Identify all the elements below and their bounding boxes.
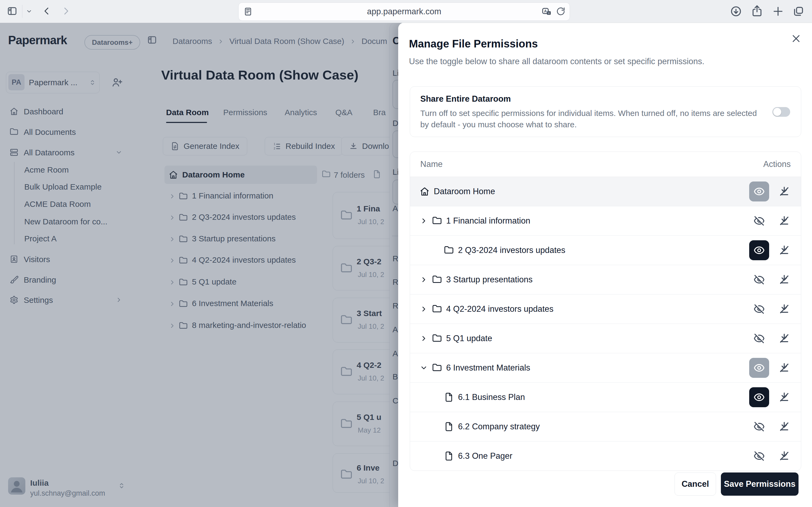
eye-off-icon xyxy=(753,274,765,285)
actions-column-header: Actions xyxy=(763,159,791,169)
permission-row-investment-materials: 6 Investment Materials xyxy=(410,353,801,382)
new-tab-plus-icon xyxy=(772,5,784,17)
forward-arrow-icon xyxy=(61,6,71,16)
download-slash-icon xyxy=(778,333,790,344)
download-toggle-button[interactable] xyxy=(777,358,791,378)
permission-row-business-plan: 6.1 Business Plan xyxy=(410,382,801,412)
view-toggle-button[interactable] xyxy=(749,329,769,348)
download-slash-icon xyxy=(778,421,790,433)
reader-icon xyxy=(243,7,253,16)
reload-icon xyxy=(556,7,565,16)
file-icon xyxy=(444,392,454,402)
eye-off-icon xyxy=(753,421,765,432)
share-entire-dataroom-toggle[interactable] xyxy=(772,107,790,117)
reload-button[interactable] xyxy=(556,7,565,16)
folder-icon xyxy=(432,334,442,343)
chevron-right-icon[interactable] xyxy=(420,305,428,313)
eye-icon xyxy=(753,186,765,197)
translate-button[interactable] xyxy=(542,6,552,17)
folder-icon xyxy=(432,216,442,226)
download-slash-icon xyxy=(778,215,790,227)
tab-overview-button[interactable] xyxy=(793,5,804,17)
share-entire-dataroom-card: Share Entire Dataroom Turn off to set sp… xyxy=(410,86,801,137)
share-button[interactable] xyxy=(751,5,763,17)
permissions-table-header: Name Actions xyxy=(410,152,801,177)
eye-icon xyxy=(753,362,765,374)
download-toggle-button[interactable] xyxy=(777,329,791,348)
modal-subtitle: Use the toggle below to share all dataro… xyxy=(409,57,704,66)
download-slash-icon xyxy=(778,185,790,198)
download-slash-icon xyxy=(778,450,790,462)
file-icon xyxy=(444,422,454,432)
back-arrow-icon xyxy=(42,6,52,16)
browser-chrome: app.papermark.com xyxy=(0,0,812,23)
close-icon xyxy=(791,34,801,44)
view-toggle-button[interactable] xyxy=(749,181,769,202)
cancel-button[interactable]: Cancel xyxy=(675,472,716,496)
view-toggle-button[interactable] xyxy=(749,358,769,378)
permission-row-q3-2024-updates: 2 Q3-2024 investors updates xyxy=(410,235,801,265)
permissions-table: Name Actions Dataroom Home 1 Financial i… xyxy=(410,152,801,471)
download-toggle-button[interactable] xyxy=(777,270,791,290)
new-tab-button[interactable] xyxy=(772,5,784,17)
eye-off-icon xyxy=(753,450,765,462)
view-toggle-button[interactable] xyxy=(749,270,769,290)
chevron-right-icon[interactable] xyxy=(420,217,428,225)
downloads-icon xyxy=(730,5,742,17)
download-toggle-button[interactable] xyxy=(777,387,791,407)
permission-row-company-strategy: 6.2 Company strategy xyxy=(410,412,801,441)
modal-title: Manage File Permissions xyxy=(409,38,538,50)
eye-icon xyxy=(753,392,765,403)
view-toggle-button[interactable] xyxy=(749,446,769,466)
download-slash-icon xyxy=(778,244,790,256)
close-modal-button[interactable] xyxy=(791,34,801,44)
view-toggle-button[interactable] xyxy=(749,299,769,319)
permission-row-one-pager: 6.3 One Pager xyxy=(410,441,801,470)
eye-off-icon xyxy=(753,215,765,227)
view-toggle-button[interactable] xyxy=(749,387,769,407)
chevron-right-icon[interactable] xyxy=(420,276,428,284)
share-card-title: Share Entire Dataroom xyxy=(420,94,511,104)
eye-off-icon xyxy=(753,333,765,344)
home-icon xyxy=(420,187,429,196)
chevron-down-icon[interactable] xyxy=(420,364,428,372)
chevron-right-icon[interactable] xyxy=(420,334,428,342)
download-slash-icon xyxy=(778,274,790,286)
folder-icon xyxy=(432,363,442,373)
chevron-down-icon xyxy=(26,8,33,14)
view-toggle-button[interactable] xyxy=(749,417,769,437)
download-toggle-button[interactable] xyxy=(777,417,791,437)
download-slash-icon xyxy=(778,362,790,374)
back-button[interactable] xyxy=(42,6,52,16)
forward-button[interactable] xyxy=(61,6,71,16)
chrome-divider xyxy=(22,5,22,18)
browser-sidebar-toggle-button[interactable] xyxy=(7,6,17,16)
name-column-header: Name xyxy=(420,159,443,169)
view-toggle-button[interactable] xyxy=(749,211,769,231)
share-icon xyxy=(751,5,763,17)
permission-row-q2-2024-updates: 4 Q2-2024 investors updates xyxy=(410,294,801,324)
folder-icon xyxy=(432,275,442,284)
toggle-knob xyxy=(773,108,781,116)
manage-permissions-modal: Manage File Permissions Use the toggle b… xyxy=(398,23,812,507)
download-toggle-button[interactable] xyxy=(777,299,791,319)
translate-icon xyxy=(542,6,552,17)
view-toggle-button[interactable] xyxy=(749,240,769,260)
reader-button[interactable] xyxy=(243,7,253,16)
permission-row-startup-presentations: 3 Startup presentations xyxy=(410,265,801,294)
sidebar-menu-chevron-button[interactable] xyxy=(26,8,33,14)
tabs-icon xyxy=(793,5,804,17)
share-card-description: Turn off to set specific permissions for… xyxy=(420,108,763,130)
save-permissions-button[interactable]: Save Permissions xyxy=(721,472,799,496)
url-text: app.papermark.com xyxy=(367,7,441,16)
url-bar[interactable]: app.papermark.com xyxy=(238,2,570,21)
download-slash-icon xyxy=(778,303,790,315)
download-toggle-button[interactable] xyxy=(777,211,791,231)
folder-icon xyxy=(444,245,454,255)
download-toggle-button[interactable] xyxy=(777,240,791,260)
download-toggle-button[interactable] xyxy=(777,446,791,466)
download-slash-icon xyxy=(778,391,790,403)
permission-row-q1-update: 5 Q1 update xyxy=(410,324,801,353)
download-toggle-button[interactable] xyxy=(777,181,791,202)
downloads-button[interactable] xyxy=(730,5,742,17)
